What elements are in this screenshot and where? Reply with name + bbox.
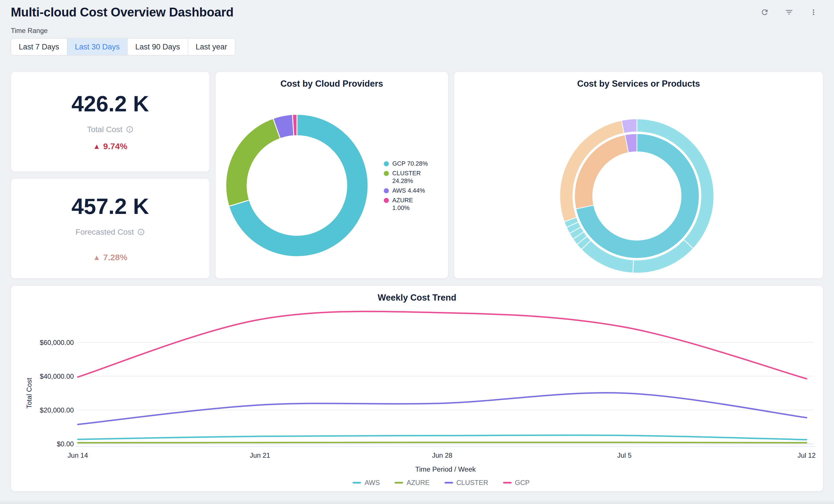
line-series-gcp[interactable] xyxy=(78,311,807,379)
time-range-option-last-30-days[interactable]: Last 30 Days xyxy=(67,39,128,55)
total-cost-card: 426.2 K Total Cost ▲ 9.74% xyxy=(11,72,210,172)
line-series-cluster[interactable] xyxy=(78,393,807,424)
x-tick-label: Jun 21 xyxy=(250,452,270,459)
grid xyxy=(76,342,816,446)
page-title: Multi-cloud Cost Overview Dashboard xyxy=(11,5,234,19)
time-range-option-last-90-days[interactable]: Last 90 Days xyxy=(128,39,188,55)
line-series-azure[interactable] xyxy=(78,442,807,443)
donut-legend-item-aws[interactable]: AWS 4.44% xyxy=(384,187,431,195)
trend-up-icon: ▲ xyxy=(93,254,101,261)
trend-legend: AWSAZURECLUSTERGCP xyxy=(68,479,814,487)
sunburst-outer-segment-10[interactable] xyxy=(621,119,637,133)
header: Multi-cloud Cost Overview Dashboard xyxy=(0,0,834,19)
x-axis-title: Time Period / Week xyxy=(415,465,476,473)
dashboard-page: Multi-cloud Cost Overview Dashboard Time… xyxy=(0,0,834,504)
legend-label: AWS 4.44% xyxy=(392,187,425,195)
header-actions xyxy=(759,6,819,18)
forecasted-cost-value: 457.2 K xyxy=(71,195,149,217)
x-tick-label: Jun 28 xyxy=(432,452,453,459)
forecasted-cost-delta: ▲ 7.28% xyxy=(93,253,128,262)
weekly-cost-trend-panel: Weekly Cost Trend $0.00$20,000.00$40,000… xyxy=(11,286,823,491)
more-options-button[interactable] xyxy=(808,6,819,18)
kpi-label-text: Total Cost xyxy=(87,125,123,134)
legend-dot xyxy=(384,198,389,203)
trend-legend-item-azure[interactable]: AZURE xyxy=(395,479,430,487)
trend-up-icon: ▲ xyxy=(93,143,101,150)
info-icon[interactable] xyxy=(137,228,145,236)
refresh-button[interactable] xyxy=(759,6,770,18)
time-range-label: Time Range xyxy=(11,27,823,35)
kpi-column: 426.2 K Total Cost ▲ 9.74% 457.2 K Forec… xyxy=(11,72,210,279)
total-cost-delta: ▲ 9.74% xyxy=(93,141,128,151)
legend-label: GCP xyxy=(515,479,530,487)
donut-legend-item-azure[interactable]: AZURE 1.00% xyxy=(384,197,431,212)
time-range-control: Time Range Last 7 Days Last 30 Days Last… xyxy=(11,27,823,56)
scrollbar-track[interactable] xyxy=(0,499,834,504)
trend-legend-item-gcp[interactable]: GCP xyxy=(503,479,530,487)
info-icon[interactable] xyxy=(126,126,133,133)
legend-dot xyxy=(384,171,389,176)
donut-legend: GCP 70.28%CLUSTER 24.28%AWS 4.44%AZURE 1… xyxy=(384,160,431,212)
kpi-label-text: Forecasted Cost xyxy=(75,227,134,237)
forecasted-cost-card: 457.2 K Forecasted Cost ▲ 7.28% xyxy=(11,178,210,279)
legend-line-swatch xyxy=(503,482,511,484)
legend-line-swatch xyxy=(444,482,453,484)
weekly-cost-trend-chart[interactable]: $0.00$20,000.00$40,000.00$60,000.00Jun 1… xyxy=(11,286,823,491)
x-tick-label: Jun 14 xyxy=(68,452,88,459)
x-tick-label: Jul 5 xyxy=(617,452,632,459)
legend-label: AZURE xyxy=(407,479,430,487)
trend-legend-item-aws[interactable]: AWS xyxy=(352,479,380,487)
legend-line-swatch xyxy=(352,482,361,484)
donut-slice-cluster[interactable] xyxy=(226,118,280,206)
legend-label: AZURE 1.00% xyxy=(392,197,431,212)
delta-value: 9.74% xyxy=(103,141,127,151)
refresh-icon xyxy=(761,8,769,17)
total-cost-label: Total Cost xyxy=(87,125,133,134)
legend-dot xyxy=(384,161,389,167)
services-sunburst-chart[interactable] xyxy=(454,72,823,279)
line-series-aws[interactable] xyxy=(78,435,807,440)
donut-legend-item-gcp[interactable]: GCP 70.28% xyxy=(384,160,431,168)
time-range-option-last-year[interactable]: Last year xyxy=(188,39,235,55)
time-range-segmented: Last 7 Days Last 30 Days Last 90 Days La… xyxy=(11,38,235,56)
donut-legend-item-cluster[interactable]: CLUSTER 24.28% xyxy=(384,170,431,185)
y-tick-label: $0.00 xyxy=(57,440,74,448)
delta-value: 7.28% xyxy=(103,253,127,262)
forecasted-cost-label: Forecasted Cost xyxy=(75,227,145,237)
filter-button[interactable] xyxy=(784,6,795,18)
legend-label: GCP 70.28% xyxy=(392,160,428,168)
y-tick-label: $40,000.00 xyxy=(40,372,74,380)
legend-label: CLUSTER xyxy=(457,479,488,487)
total-cost-value: 426.2 K xyxy=(71,93,149,115)
time-range-option-last-7-days[interactable]: Last 7 Days xyxy=(11,39,67,55)
legend-label: CLUSTER 24.28% xyxy=(392,170,431,185)
x-tick-label: Jul 12 xyxy=(798,452,816,459)
legend-label: AWS xyxy=(365,479,380,487)
legend-dot xyxy=(384,188,389,194)
y-tick-label: $60,000.00 xyxy=(40,339,74,346)
trend-legend-item-cluster[interactable]: CLUSTER xyxy=(444,479,488,487)
top-row: 426.2 K Total Cost ▲ 9.74% 457.2 K Forec… xyxy=(11,72,823,279)
y-axis-title: Total Cost xyxy=(25,377,33,409)
cost-by-cloud-providers-panel: Cost by Cloud Providers GCP 70.28%CLUSTE… xyxy=(215,72,448,279)
cost-by-services-panel: Cost by Services or Products xyxy=(454,72,823,279)
legend-line-swatch xyxy=(395,482,403,484)
y-tick-label: $20,000.00 xyxy=(40,406,74,414)
kebab-menu-icon xyxy=(809,8,818,17)
filter-icon xyxy=(785,8,793,17)
